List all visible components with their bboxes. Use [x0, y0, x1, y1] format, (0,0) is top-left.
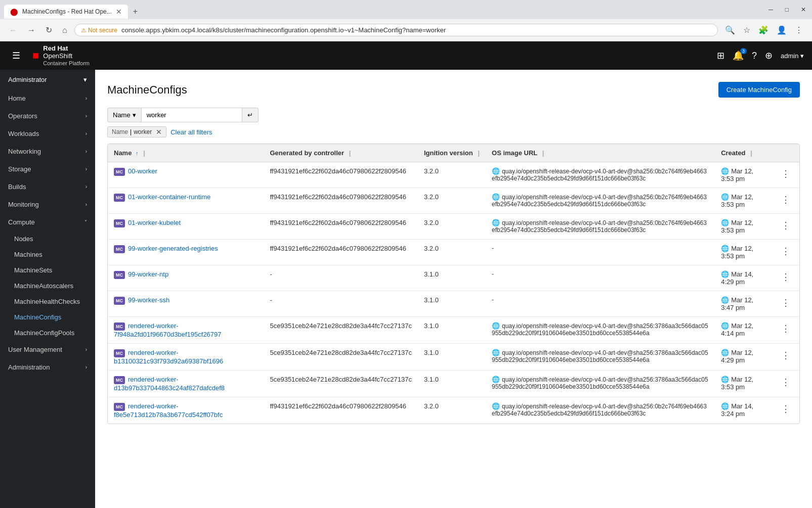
filter-tag-remove-button[interactable]: ✕ [156, 128, 162, 136]
sidebar-item-compute[interactable]: Compute ˅ [0, 213, 95, 231]
sidebar-item-storage-chevron-icon: › [86, 166, 87, 172]
clear-filters-button[interactable]: Clear all filters [170, 128, 212, 136]
cell-generated: - [264, 265, 417, 291]
mc-name-link[interactable]: rendered-worker-b13100321c93f793d92a6938… [114, 349, 223, 365]
globe-icon: 🌐 [492, 376, 500, 383]
mc-name-link[interactable]: 00-worker [128, 167, 157, 175]
col-created-resize-handle[interactable]: | [750, 149, 752, 157]
sidebar-sub-machineconfigs[interactable]: MachineConfigs [0, 309, 95, 325]
sidebar-item-operators[interactable]: Operators › [0, 107, 95, 125]
row-kebab-button[interactable]: ⋮ [778, 219, 793, 232]
row-kebab-button[interactable]: ⋮ [778, 349, 793, 362]
cell-created: 🌐Mar 12, 3:53 pm [715, 162, 772, 188]
sidebar-sub-machinesets[interactable]: MachineSets [0, 262, 95, 278]
row-kebab-button[interactable]: ⋮ [778, 270, 793, 284]
cell-name: MCrendered-worker-d13b97b337044863c24af8… [108, 371, 264, 397]
cell-name: MCrendered-worker-b13100321c93f793d92a69… [108, 344, 264, 371]
mc-name-link[interactable]: rendered-worker-7f948a2fd01f96670d3bef19… [114, 322, 222, 338]
row-kebab-button[interactable]: ⋮ [778, 402, 793, 415]
row-kebab-button[interactable]: ⋮ [778, 322, 793, 335]
mc-badge: MC [114, 245, 125, 253]
mc-name-link[interactable]: 99-worker-ntp [128, 270, 168, 278]
close-button[interactable]: ✕ [795, 4, 812, 15]
sidebar-sub-machineconfigpools[interactable]: MachineConfigPools [0, 325, 95, 341]
cell-generated: 5ce9351ceb24e721e28cd82de3a44fc7cc27137c [264, 371, 417, 397]
filter-input[interactable] [141, 108, 242, 122]
sidebar-sub-machineautoscalers[interactable]: MachineAutoscalers [0, 278, 95, 294]
mc-badge: MC [114, 168, 125, 176]
sidebar-item-administration[interactable]: Administration › [0, 358, 95, 376]
help-icon[interactable]: ? [752, 51, 757, 61]
menu-button[interactable]: ⋮ [792, 23, 806, 37]
sidebar-sub-machinesets-label: MachineSets [14, 266, 52, 274]
sidebar-item-monitoring[interactable]: Monitoring › [0, 196, 95, 213]
brand-name: Red Hat [43, 44, 90, 53]
filter-type-select[interactable]: Name ▾ [107, 108, 141, 122]
mc-name-link[interactable]: 99-worker-ssh [128, 296, 169, 304]
home-button[interactable]: ⌂ [59, 24, 70, 37]
globe-icon: 🌐 [492, 219, 500, 226]
sidebar-sub-machinehealthchecks[interactable]: MachineHealthChecks [0, 294, 95, 309]
sidebar-role-selector[interactable]: Administrator ▾ [0, 70, 95, 89]
sidebar-item-usermanagement[interactable]: User Management › [0, 341, 95, 358]
profile-button[interactable]: 👤 [774, 23, 790, 37]
col-generated-resize-handle[interactable]: | [349, 149, 351, 157]
sidebar-item-networking[interactable]: Networking › [0, 143, 95, 160]
new-tab-button[interactable]: + [128, 4, 143, 19]
cell-ignition: 3.2.0 [418, 240, 486, 265]
browser-tab[interactable]: ⬤ MachineConfigs - Red Hat Ope... ✕ [4, 5, 128, 19]
col-os-url-resize-handle[interactable]: | [542, 149, 544, 157]
forward-button[interactable]: → [24, 24, 38, 37]
sort-icon[interactable]: ↑ [136, 150, 139, 156]
mc-name-link[interactable]: rendered-worker-d13b97b337044863c24af827… [114, 376, 225, 392]
create-machineconfig-button[interactable]: Create MachineConfig [718, 82, 800, 98]
mc-name-link[interactable]: 99-worker-generated-registries [128, 245, 218, 252]
row-kebab-button[interactable]: ⋮ [778, 376, 793, 389]
row-kebab-button[interactable]: ⋮ [778, 193, 793, 206]
sidebar-item-storage[interactable]: Storage › [0, 160, 95, 178]
sidebar-item-workloads[interactable]: Workloads › [0, 125, 95, 143]
filter-tag-value: worker [134, 128, 152, 135]
row-kebab-button[interactable]: ⋮ [778, 245, 793, 258]
extensions-button[interactable]: 🧩 [755, 23, 772, 37]
row-kebab-button[interactable]: ⋮ [778, 296, 793, 309]
sidebar-sub-machines[interactable]: Machines [0, 247, 95, 262]
filter-search-button[interactable]: ↵ [242, 108, 259, 122]
search-browser-button[interactable]: 🔍 [722, 23, 738, 37]
mc-name-link[interactable]: 01-worker-container-runtime [128, 193, 210, 201]
cell-created: 🌐Mar 12, 3:53 pm [715, 188, 772, 214]
admin-dropdown[interactable]: admin ▾ [781, 52, 804, 60]
cell-actions: ⋮ [772, 344, 799, 371]
sidebar-item-home[interactable]: Home › [0, 89, 95, 107]
bookmark-button[interactable]: ☆ [740, 23, 753, 37]
maximize-button[interactable]: □ [779, 4, 795, 15]
mc-name-link[interactable]: 01-worker-kubelet [128, 219, 181, 226]
table-row: MC99-worker-ssh-3.1.0-🌐Mar 12, 3:47 pm⋮ [108, 291, 799, 317]
brand-sub: Container Platform [43, 60, 90, 67]
cell-actions: ⋮ [772, 265, 799, 291]
mc-name-link[interactable]: rendered-worker-f8e5e713d12b78a3b677cd54… [114, 402, 223, 419]
reload-button[interactable]: ↻ [42, 23, 55, 37]
sidebar-item-builds-chevron-icon: › [86, 184, 87, 190]
tab-close-icon[interactable]: ✕ [116, 8, 122, 16]
col-resize-handle[interactable]: | [143, 149, 145, 157]
filter-type-chevron-icon: ▾ [133, 111, 136, 119]
sidebar-item-builds-label: Builds [8, 183, 86, 191]
sidebar-sub-machines-label: Machines [14, 251, 42, 258]
notifications-icon[interactable]: 🔔 3 [733, 50, 744, 61]
col-ignition-resize-handle[interactable]: | [478, 149, 480, 157]
cell-created: 🌐Mar 12, 3:47 pm [715, 291, 772, 317]
address-bar[interactable]: ⚠ Not secure console.apps.ybkim.ocp4.loc… [74, 24, 718, 36]
minimize-button[interactable]: ─ [762, 4, 779, 15]
sidebar-item-builds[interactable]: Builds › [0, 178, 95, 196]
back-button[interactable]: ← [6, 24, 20, 37]
mc-badge: MC [114, 349, 125, 357]
filter-section: Name ▾ ↵ Name | worker ✕ Clear all filte… [107, 108, 800, 137]
sidebar-sub-nodes[interactable]: Nodes [0, 231, 95, 247]
hamburger-menu-button[interactable]: ☰ [8, 46, 24, 65]
browser-toolbar: ← → ↻ ⌂ ⚠ Not secure console.apps.ybkim.… [0, 19, 812, 41]
settings-icon[interactable]: ⊕ [765, 50, 773, 61]
grid-icon[interactable]: ⊞ [717, 50, 724, 61]
row-kebab-button[interactable]: ⋮ [778, 167, 793, 180]
cell-ignition: 3.2.0 [418, 188, 486, 214]
